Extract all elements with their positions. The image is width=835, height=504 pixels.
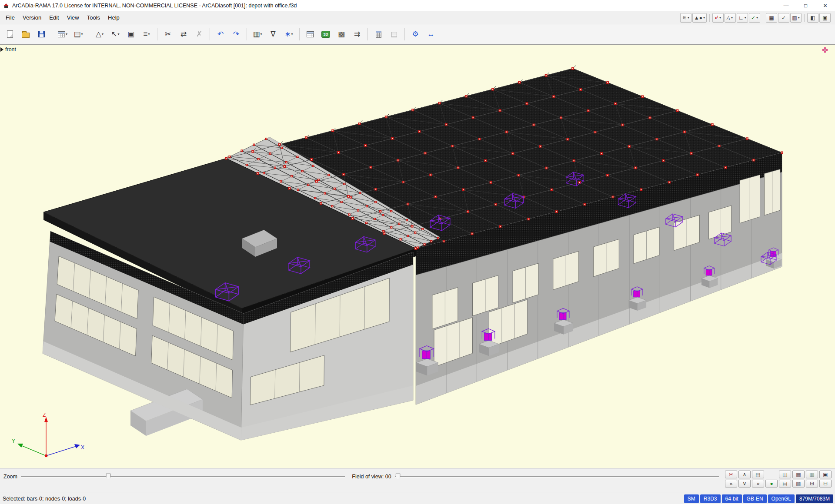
fov-slider-track[interactable] [395, 476, 719, 477]
maximize-button[interactable]: □ [796, 0, 815, 11]
undo-button[interactable]: ↶ [213, 27, 228, 42]
result-matrix-button[interactable]: ▩ [334, 27, 349, 42]
structure-node [434, 196, 437, 198]
print-button[interactable]: ▤▾ [71, 27, 86, 42]
dimension-tool-button[interactable]: ↔ [424, 27, 438, 42]
status-badge-sm: SM [684, 494, 699, 503]
selection-mode-button[interactable]: ↖▾ [108, 27, 123, 42]
structure-node [621, 124, 624, 126]
view-filter-combo-button[interactable]: ≋▾ [680, 13, 691, 23]
print-view-button[interactable]: ▤ [752, 471, 764, 478]
zoom-slider[interactable] [21, 473, 345, 481]
structure-node [374, 188, 377, 190]
structure-node [491, 88, 494, 91]
pane-b-button[interactable]: ▧ [792, 480, 805, 487]
pane-layout-button[interactable]: ◧ [807, 13, 818, 23]
sun-position-icon[interactable] [822, 47, 828, 53]
structure-node [465, 95, 468, 97]
menu-view[interactable]: View [63, 13, 83, 23]
toggle-check-button[interactable]: ✓ [778, 13, 789, 23]
display-settings-button[interactable]: ∗▾ [281, 27, 296, 42]
structure-node [351, 217, 354, 220]
node-numbers-combo-button[interactable]: ▪¹▾ [712, 13, 724, 23]
menu-tools[interactable]: Tools [83, 13, 104, 23]
align-bars-button[interactable]: ⇉ [350, 27, 364, 42]
fov-slider-thumb[interactable] [396, 474, 401, 479]
status-badge-gb-en: GB-EN [743, 494, 767, 503]
step-down-button[interactable]: ∨ [738, 480, 751, 487]
dropdown-caret: ▾ [688, 16, 689, 20]
structure-node [278, 143, 281, 146]
structure-node [407, 235, 409, 237]
data-tables-button[interactable] [303, 27, 317, 42]
structure-node [297, 189, 299, 191]
render-quality-button[interactable]: ● [765, 480, 778, 487]
grid-settings-button[interactable]: ▦▾ [250, 27, 265, 42]
bars-manager-button[interactable]: ≡▾ [139, 27, 154, 42]
window-title: ArCADia-RAMA 17.0 License for INTERNAL, … [12, 3, 297, 9]
structure-node [257, 172, 259, 175]
viewport-3d[interactable]: Z X Y front [0, 44, 835, 468]
filter-display-icon: ∇ [271, 30, 275, 38]
panels-combo-button[interactable]: ▥▾ [790, 13, 802, 23]
report-icon: ▤ [391, 30, 397, 38]
load-symbols-combo-button[interactable]: ✓▾ [749, 13, 760, 23]
dimension-tool-icon: ↔ [428, 30, 435, 38]
move-copy-button[interactable]: ⇄ [176, 27, 191, 42]
structure-templates-button[interactable]: △▾ [92, 27, 107, 42]
axis-triad: Z X Y [12, 412, 84, 457]
structure-node [383, 232, 385, 235]
structure-node [347, 195, 350, 198]
view-3d-icon: 3D [321, 31, 330, 38]
structure-node [301, 170, 304, 172]
prev-view-button[interactable]: « [725, 480, 737, 487]
settings-wrench-button[interactable]: ⚙ [408, 27, 423, 42]
save-file-button[interactable] [34, 27, 49, 42]
delete-button[interactable]: ✗ [192, 27, 207, 42]
open-file-button[interactable] [18, 27, 33, 42]
filter-display-button[interactable]: ∇ [266, 27, 281, 42]
view-panel-arrow[interactable] [0, 47, 3, 52]
project-manager-button[interactable]: ▾ [55, 27, 70, 42]
viewport-grid-button[interactable]: ▦ [792, 471, 805, 478]
structure-node [314, 197, 316, 199]
next-view-button[interactable]: » [752, 480, 764, 487]
pane-c-button[interactable]: ⊞ [806, 480, 818, 487]
menu-edit[interactable]: Edit [45, 13, 63, 23]
zoom-slider-thumb[interactable] [106, 474, 111, 479]
zoom-slider-track[interactable] [21, 476, 345, 477]
cut-bars-button[interactable]: ✂ [160, 27, 175, 42]
viewport-single-button[interactable]: ◫ [779, 471, 791, 478]
new-file-button[interactable] [3, 27, 17, 42]
pane-layout-button-icon: ◧ [810, 15, 815, 20]
pane-d-button[interactable]: ⊟ [819, 480, 832, 487]
structure-node [484, 159, 487, 162]
menu-help[interactable]: Help [104, 13, 124, 23]
viewport-vertical-button[interactable]: ▣ [819, 471, 832, 478]
dropdown-caret: ▾ [81, 32, 83, 36]
viewport-horizontal-button[interactable]: ▥ [806, 471, 818, 478]
pane-max-button[interactable]: ▣ [819, 13, 831, 23]
minimize-button[interactable]: — [776, 0, 796, 11]
menubar-right: ≋▾▲●▾▪¹▾∕₁▾∟▾✓▾▦✓▥▾◧▣ [680, 13, 833, 23]
render-mode-combo-button[interactable]: ▲●▾ [692, 13, 707, 23]
structure-node [545, 167, 548, 169]
fov-slider[interactable] [395, 473, 719, 481]
report-button[interactable]: ▤ [387, 27, 401, 42]
toggle-grid-button[interactable]: ▦ [766, 13, 777, 23]
step-up-button[interactable]: ∧ [738, 471, 751, 478]
redo-button[interactable]: ↷ [229, 27, 244, 42]
duplicate-structure-button[interactable]: ▣ [124, 27, 138, 42]
support-symbols-combo-button[interactable]: ∟▾ [737, 13, 748, 23]
separator [367, 28, 368, 40]
close-button[interactable]: ✕ [815, 0, 835, 11]
bar-numbers-combo-button[interactable]: ∕₁▾ [725, 13, 736, 23]
view-3d-button[interactable]: 3D [318, 27, 333, 42]
dropdown-caret: ▾ [118, 32, 120, 36]
structure-node [291, 175, 293, 177]
menu-file[interactable]: File [2, 13, 19, 23]
menu-version[interactable]: Version [19, 13, 45, 23]
calculations-button[interactable] [371, 27, 386, 42]
pane-a-button[interactable]: ▤ [779, 480, 791, 487]
clip-plane-button[interactable]: ✂ [725, 471, 737, 478]
